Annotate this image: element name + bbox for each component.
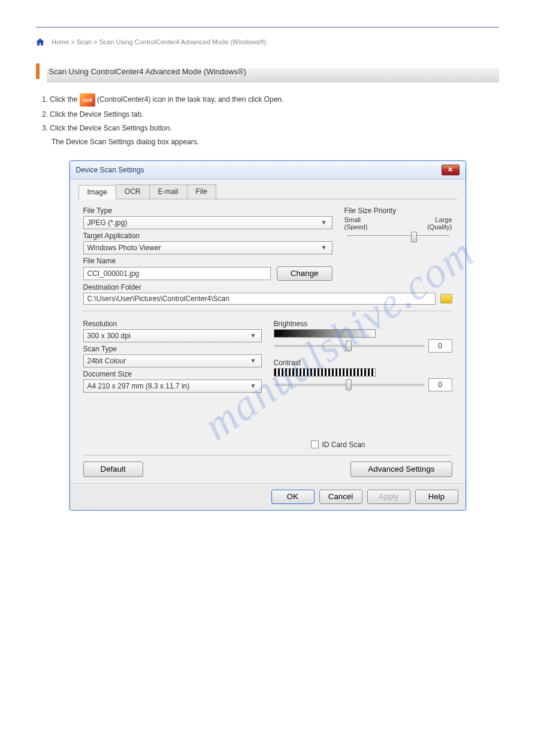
fsp-speed-label: (Speed) bbox=[344, 223, 368, 230]
step-1: 1. Click the cc4 (ControlCenter4) icon i… bbox=[42, 93, 499, 107]
chevron-down-icon: ▼ bbox=[320, 244, 328, 251]
tab-file[interactable]: File bbox=[187, 184, 216, 199]
step-3: 3. Click the Device Scan Settings button… bbox=[42, 123, 499, 134]
chevron-down-icon: ▼ bbox=[249, 357, 258, 364]
separator bbox=[83, 455, 452, 456]
brightness-value[interactable]: 0 bbox=[428, 339, 452, 353]
titlebar[interactable]: Device Scan Settings ✕ bbox=[70, 161, 466, 180]
step-3-note: The Device Scan Settings dialog box appe… bbox=[52, 136, 499, 148]
separator bbox=[83, 311, 452, 311]
tabs: Image OCR E-mail File bbox=[78, 184, 457, 199]
target-app-select[interactable]: Windows Photo Viewer▼ bbox=[83, 241, 333, 254]
contrast-slider[interactable] bbox=[274, 384, 425, 386]
resolution-label: Resolution bbox=[83, 320, 262, 328]
tab-image[interactable]: Image bbox=[78, 185, 116, 199]
brightness-slider[interactable] bbox=[274, 345, 425, 347]
id-card-scan-label: ID Card Scan bbox=[322, 441, 365, 449]
fsp-small-label: Small bbox=[344, 216, 361, 223]
cc4-icon: cc4 bbox=[80, 93, 95, 107]
fsp-large-label: Large bbox=[435, 216, 452, 223]
file-size-priority-label: File Size Priority bbox=[344, 207, 452, 215]
contrast-label: Contrast bbox=[274, 359, 452, 367]
contrast-value[interactable]: 0 bbox=[428, 378, 452, 391]
dialog-title: Device Scan Settings bbox=[76, 166, 144, 174]
home-icon[interactable] bbox=[36, 38, 44, 45]
id-card-scan-checkbox[interactable] bbox=[311, 441, 319, 448]
file-size-priority-slider[interactable] bbox=[344, 233, 452, 245]
chevron-down-icon: ▼ bbox=[249, 332, 258, 339]
dest-folder-input[interactable]: C:\Users\User\Pictures\ControlCenter4\Sc… bbox=[83, 293, 436, 305]
title-accent bbox=[36, 63, 40, 79]
page-title: Scan Using ControlCenter4 Advanced Mode … bbox=[49, 67, 246, 76]
cancel-button[interactable]: Cancel bbox=[319, 490, 362, 504]
dest-folder-label: Destination Folder bbox=[83, 283, 333, 292]
help-button[interactable]: Help bbox=[415, 490, 458, 504]
browse-folder-icon[interactable] bbox=[440, 294, 452, 303]
fsp-quality-label: (Quality) bbox=[427, 223, 452, 230]
tab-email[interactable]: E-mail bbox=[149, 184, 188, 199]
doc-size-select[interactable]: A4 210 x 297 mm (8.3 x 11.7 in)▼ bbox=[83, 379, 262, 393]
chevron-down-icon: ▼ bbox=[249, 382, 258, 389]
change-button[interactable]: Change bbox=[277, 266, 333, 281]
file-name-input[interactable]: CCI_000001.jpg bbox=[83, 267, 271, 280]
ok-button[interactable]: OK bbox=[271, 490, 315, 504]
target-app-label: Target Application bbox=[83, 232, 333, 240]
scan-type-select[interactable]: 24bit Colour▼ bbox=[83, 354, 262, 368]
brightness-label: Brightness bbox=[274, 320, 452, 328]
apply-button: Apply bbox=[367, 490, 410, 504]
advanced-settings-button[interactable]: Advanced Settings bbox=[350, 462, 452, 477]
contrast-pattern bbox=[274, 368, 376, 377]
brightness-gradient bbox=[274, 329, 376, 338]
close-button[interactable]: ✕ bbox=[442, 165, 460, 175]
file-name-label: File Name bbox=[83, 257, 333, 265]
doc-size-label: Document Size bbox=[83, 370, 262, 378]
file-type-select[interactable]: JPEG (*.jpg)▼ bbox=[83, 216, 333, 229]
scan-type-label: Scan Type bbox=[83, 345, 262, 353]
breadcrumb[interactable]: Home > Scan > Scan Using ControlCenter4 … bbox=[52, 38, 266, 45]
tab-ocr[interactable]: OCR bbox=[116, 184, 150, 199]
device-scan-settings-dialog: Device Scan Settings ✕ Image OCR E-mail … bbox=[69, 160, 466, 511]
default-button[interactable]: Default bbox=[83, 462, 143, 477]
top-rule bbox=[36, 27, 499, 28]
resolution-select[interactable]: 300 x 300 dpi▼ bbox=[83, 329, 262, 342]
chevron-down-icon: ▼ bbox=[320, 219, 328, 226]
file-type-label: File Type bbox=[83, 207, 333, 215]
step-2: 2. Click the Device Settings tab. bbox=[42, 109, 499, 120]
